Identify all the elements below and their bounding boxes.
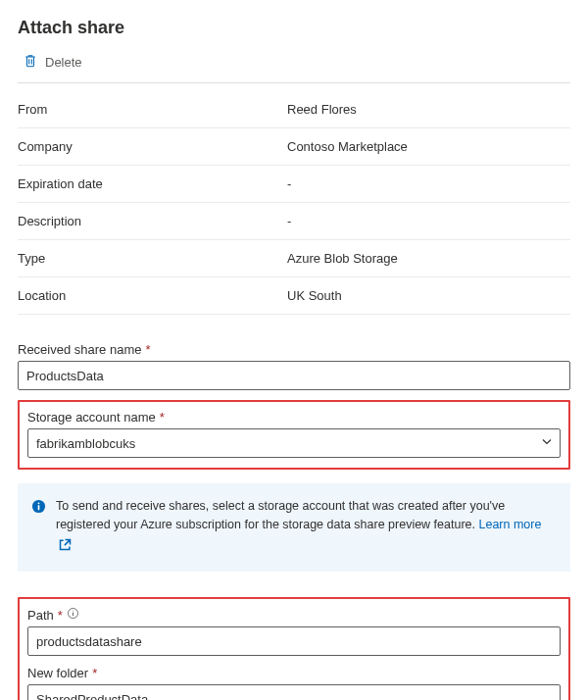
storage-account-select[interactable] [27,428,561,458]
new-folder-input[interactable] [27,684,561,700]
type-label: Type [18,251,287,266]
svg-point-1 [38,502,40,504]
location-label: Location [18,288,287,303]
received-share-input[interactable] [18,361,570,390]
location-value: UK South [287,288,570,303]
received-share-label: Received share name [18,342,141,357]
delete-button[interactable]: Delete [24,54,82,71]
storage-account-label: Storage account name [27,410,156,425]
new-folder-label: New folder [27,666,88,680]
field-path: Path * [27,607,561,656]
row-location: Location UK South [18,277,570,315]
row-description: Description - [18,203,570,240]
info-message: To send and receive shares, select a sto… [18,483,570,572]
external-link-icon [58,535,73,558]
path-input[interactable] [27,626,561,656]
required-asterisk: * [92,666,97,680]
row-from: From Reed Flores [18,91,570,128]
info-circle-icon[interactable] [67,607,79,623]
required-asterisk: * [160,410,165,425]
expiration-label: Expiration date [18,176,287,191]
required-asterisk: * [145,342,150,357]
svg-rect-2 [38,505,40,510]
row-company: Company Contoso Marketplace [18,128,570,166]
company-value: Contoso Marketplace [287,139,570,154]
expiration-value: - [287,176,570,191]
info-text: To send and receive shares, select a sto… [56,499,505,531]
delete-label: Delete [45,55,82,70]
page-title: Attach share [18,18,570,38]
trash-icon [24,54,37,71]
highlight-storage-account: Storage account name * [18,400,570,470]
description-value: - [287,214,570,228]
from-label: From [18,102,287,117]
highlight-path-folder: Path * New folder * [18,597,570,700]
required-asterisk: * [58,608,63,623]
company-label: Company [18,139,287,154]
from-value: Reed Flores [287,102,570,117]
field-storage-account: Storage account name * [27,410,561,458]
info-icon [31,497,46,558]
field-received-share: Received share name * [18,342,570,390]
row-expiration: Expiration date - [18,166,570,203]
field-new-folder: New folder * [27,666,561,700]
type-value: Azure Blob Storage [287,251,570,266]
row-type: Type Azure Blob Storage [18,240,570,277]
description-label: Description [18,214,287,228]
details-table: From Reed Flores Company Contoso Marketp… [18,91,570,315]
path-label: Path [27,608,54,623]
svg-point-4 [73,611,74,612]
toolbar: Delete [18,52,570,83]
